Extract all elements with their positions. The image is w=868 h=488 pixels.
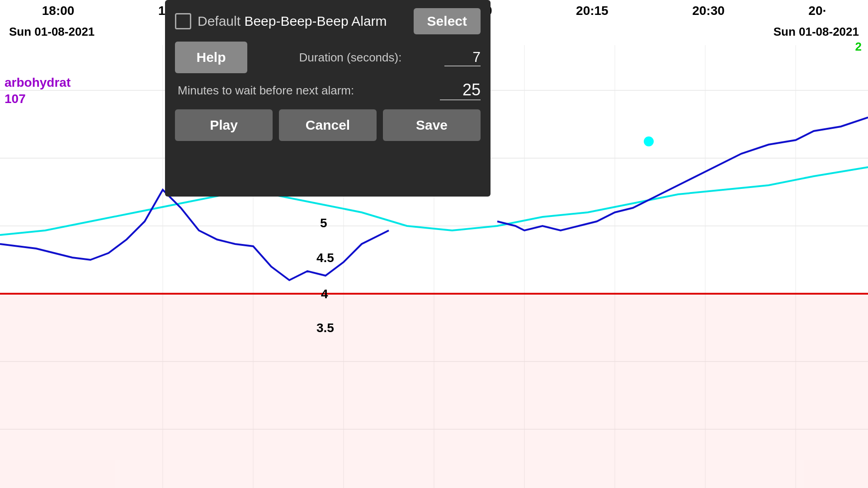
help-button[interactable]: Help bbox=[175, 42, 247, 73]
date-label-right: Sun 01-08-2021 bbox=[774, 25, 859, 39]
time-label-2030: 20:30 bbox=[692, 4, 725, 18]
y-label-4: 4 bbox=[321, 287, 328, 301]
dialog-row-2: Help Duration (seconds): bbox=[175, 42, 481, 73]
alarm-type-label: Beep-Beep-Beep Alarm bbox=[244, 14, 387, 28]
alarm-settings-dialog: Default Beep-Beep-Beep Alarm Select Help… bbox=[165, 0, 491, 197]
play-button[interactable]: Play bbox=[175, 109, 273, 141]
alarm-name-label: Default Beep-Beep-Beep Alarm bbox=[198, 14, 407, 29]
y-label-5: 5 bbox=[320, 216, 327, 230]
wait-label: Minutes to wait before next alarm: bbox=[178, 84, 433, 98]
svg-rect-14 bbox=[0, 293, 868, 488]
dialog-row-1: Default Beep-Beep-Beep Alarm Select bbox=[175, 8, 481, 34]
duration-label: Duration (seconds): bbox=[256, 51, 444, 65]
y-label-45: 4.5 bbox=[316, 251, 334, 265]
y-label-35: 3.5 bbox=[316, 321, 334, 335]
alarm-checkbox[interactable] bbox=[175, 13, 191, 29]
time-label-1800: 18:00 bbox=[42, 4, 75, 18]
purple-carbohydrate-label: arbohydrat 107 bbox=[5, 75, 71, 108]
time-label-2015: 20:15 bbox=[576, 4, 609, 18]
svg-point-16 bbox=[644, 136, 654, 146]
date-label-left: Sun 01-08-2021 bbox=[9, 25, 94, 39]
wait-input[interactable] bbox=[440, 80, 481, 100]
green-badge: 2 bbox=[855, 40, 862, 54]
time-label-2045: 20· bbox=[808, 4, 826, 18]
select-button[interactable]: Select bbox=[414, 8, 481, 34]
dialog-row-3: Minutes to wait before next alarm: bbox=[175, 80, 481, 100]
dialog-row-4: Play Cancel Save bbox=[175, 109, 481, 141]
cancel-button[interactable]: Cancel bbox=[279, 109, 377, 141]
duration-input[interactable] bbox=[444, 49, 481, 66]
save-button[interactable]: Save bbox=[383, 109, 481, 141]
